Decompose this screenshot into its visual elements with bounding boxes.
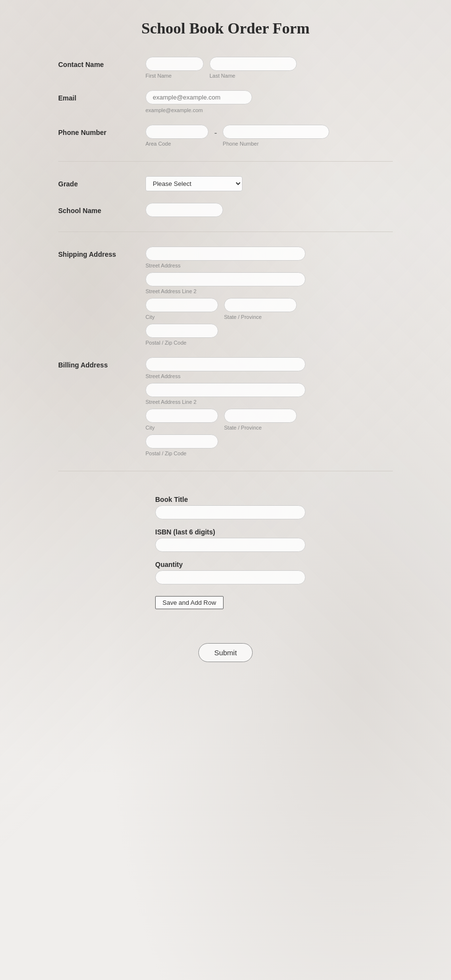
shipping-state-label: State / Province <box>224 314 297 320</box>
phone-row: Phone Number Area Code - Phone Number <box>58 125 393 147</box>
shipping-street-input[interactable] <box>145 247 306 261</box>
area-code-label: Area Code <box>145 141 209 147</box>
contact-name-row: Contact Name First Name Last Name <box>58 57 393 79</box>
quantity-label: Quantity <box>155 561 393 568</box>
billing-state-input[interactable] <box>224 409 297 423</box>
school-name-fields <box>145 203 393 217</box>
isbn-input[interactable] <box>155 538 306 552</box>
billing-zip-label: Postal / Zip Code <box>145 450 393 456</box>
billing-state-label: State / Province <box>224 425 297 431</box>
shipping-street2-label: Street Address Line 2 <box>145 288 393 294</box>
form-container: School Book Order Form Contact Name Firs… <box>48 0 403 711</box>
area-code-group: Area Code <box>145 125 209 147</box>
phone-number-input[interactable] <box>223 125 329 139</box>
book-order-section: Book Title ISBN (last 6 digits) Quantity… <box>58 486 393 619</box>
phone-label: Phone Number <box>58 125 145 136</box>
billing-zip-group: Postal / Zip Code <box>145 434 393 456</box>
name-field-row: First Name Last Name <box>145 57 393 79</box>
billing-city-input[interactable] <box>145 409 218 423</box>
shipping-state-group: State / Province <box>224 298 297 320</box>
email-input[interactable] <box>145 90 252 104</box>
divider-3 <box>58 471 393 471</box>
submit-section: Submit <box>58 643 393 662</box>
isbn-label: ISBN (last 6 digits) <box>155 528 393 536</box>
shipping-street-label: Street Address <box>145 263 393 268</box>
grade-select[interactable]: Please SelectK1st2nd3rd4th5th6th7th8th9t… <box>145 176 242 191</box>
isbn-group: ISBN (last 6 digits) <box>155 528 393 552</box>
last-name-label: Last Name <box>209 73 297 79</box>
phone-fields: Area Code - Phone Number <box>145 125 393 147</box>
divider-2 <box>58 232 393 232</box>
shipping-city-label: City <box>145 314 218 320</box>
billing-street2-label: Street Address Line 2 <box>145 399 393 405</box>
shipping-street-group: Street Address <box>145 247 393 268</box>
billing-street2-input[interactable] <box>145 383 306 397</box>
email-hint: example@example.com <box>145 107 393 113</box>
last-name-group: Last Name <box>209 57 297 79</box>
school-name-row: School Name <box>58 203 393 217</box>
shipping-city-state-row: City State / Province <box>145 298 393 320</box>
billing-street2-group: Street Address Line 2 <box>145 383 393 405</box>
shipping-zip-group: Postal / Zip Code <box>145 324 393 346</box>
quantity-input[interactable] <box>155 570 306 584</box>
grade-row: Grade Please SelectK1st2nd3rd4th5th6th7t… <box>58 176 393 191</box>
shipping-state-input[interactable] <box>224 298 297 312</box>
submit-button[interactable]: Submit <box>198 643 253 662</box>
billing-address-fields: Street Address Street Address Line 2 Cit… <box>145 357 393 456</box>
last-name-input[interactable] <box>209 57 297 71</box>
shipping-address-fields: Street Address Street Address Line 2 Cit… <box>145 247 393 346</box>
shipping-address-row: Shipping Address Street Address Street A… <box>58 247 393 346</box>
book-title-group: Book Title <box>155 496 393 519</box>
save-add-row-button[interactable]: Save and Add Row <box>155 596 224 609</box>
book-title-input[interactable] <box>155 505 306 519</box>
first-name-label: First Name <box>145 73 204 79</box>
billing-state-group: State / Province <box>224 409 297 431</box>
phone-number-group: Phone Number <box>223 125 329 147</box>
school-name-label: School Name <box>58 203 145 215</box>
contact-name-label: Contact Name <box>58 57 145 68</box>
grade-fields: Please SelectK1st2nd3rd4th5th6th7th8th9t… <box>145 176 393 191</box>
book-title-label: Book Title <box>155 496 393 503</box>
billing-address-label: Billing Address <box>58 357 145 369</box>
shipping-street2-input[interactable] <box>145 272 306 286</box>
billing-street-label: Street Address <box>145 373 393 379</box>
area-code-input[interactable] <box>145 125 209 139</box>
billing-street-group: Street Address <box>145 357 393 379</box>
email-label: Email <box>58 90 145 102</box>
shipping-zip-label: Postal / Zip Code <box>145 340 393 346</box>
billing-city-state-row: City State / Province <box>145 409 393 431</box>
billing-city-label: City <box>145 425 218 431</box>
billing-city-group: City <box>145 409 218 431</box>
email-fields: example@example.com <box>145 90 393 113</box>
first-name-input[interactable] <box>145 57 204 71</box>
billing-zip-input[interactable] <box>145 434 218 448</box>
quantity-group: Quantity <box>155 561 393 584</box>
first-name-group: First Name <box>145 57 204 79</box>
divider-1 <box>58 161 393 162</box>
email-row: Email example@example.com <box>58 90 393 113</box>
school-name-input[interactable] <box>145 203 223 217</box>
shipping-city-group: City <box>145 298 218 320</box>
phone-field-row: Area Code - Phone Number <box>145 125 393 147</box>
shipping-city-input[interactable] <box>145 298 218 312</box>
billing-street-input[interactable] <box>145 357 306 371</box>
billing-address-row: Billing Address Street Address Street Ad… <box>58 357 393 456</box>
phone-number-label: Phone Number <box>223 141 329 147</box>
form-title: School Book Order Form <box>58 19 393 37</box>
shipping-address-label: Shipping Address <box>58 247 145 258</box>
shipping-street2-group: Street Address Line 2 <box>145 272 393 294</box>
grade-label: Grade <box>58 176 145 188</box>
phone-dash: - <box>214 125 217 137</box>
contact-name-fields: First Name Last Name <box>145 57 393 79</box>
shipping-zip-input[interactable] <box>145 324 218 338</box>
